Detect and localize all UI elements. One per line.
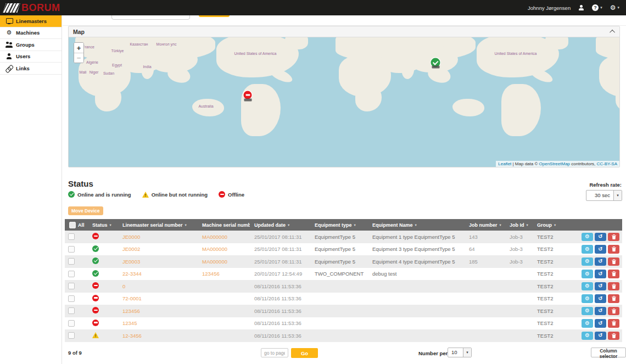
history-button[interactable]: ↺ — [595, 282, 606, 291]
sidebar-item-groups[interactable]: Groups — [0, 39, 62, 51]
delete-button[interactable] — [608, 257, 619, 266]
machine-serial-link[interactable]: 123456 — [198, 271, 250, 277]
history-button[interactable]: ↺ — [595, 270, 606, 278]
zoom-out-button[interactable]: − — [74, 53, 83, 63]
row-checkbox[interactable] — [68, 283, 75, 289]
delete-button[interactable] — [608, 294, 619, 303]
history-button[interactable]: ↺ — [595, 332, 606, 340]
linemaster-serial-link[interactable]: 12-3456 — [118, 333, 198, 339]
machine-serial-link[interactable]: MA000000 — [198, 246, 250, 252]
machines-button[interactable]: ⚙ — [582, 270, 593, 278]
sidebar-item-users[interactable]: Users — [0, 51, 62, 63]
history-button[interactable]: ↺ — [595, 319, 606, 328]
linemaster-serial-link[interactable]: 0 — [118, 283, 198, 289]
history-button[interactable]: ↺ — [595, 294, 606, 303]
history-button[interactable]: ↺ — [595, 257, 606, 266]
cogs-icon: ⚙ — [585, 234, 590, 239]
delete-button[interactable] — [608, 233, 619, 242]
header-equipment-name[interactable]: Equipment Name▾ — [368, 222, 465, 228]
per-page-select[interactable]: 10 ▾ — [448, 348, 472, 357]
delete-button[interactable] — [608, 307, 619, 316]
header-group[interactable]: Group▾ — [533, 222, 579, 228]
legend-label: Online and is running — [77, 192, 131, 198]
linemaster-serial-link[interactable]: JE0002 — [118, 246, 198, 252]
row-checkbox[interactable] — [68, 295, 75, 302]
history-button[interactable]: ↺ — [595, 307, 606, 316]
header-job-number[interactable]: Job number▾ — [465, 222, 505, 228]
row-actions: ⚙ ↺ — [579, 270, 622, 278]
move-device-button[interactable]: Move Device — [68, 206, 103, 215]
group: TEST2 — [533, 333, 579, 339]
row-checkbox[interactable] — [68, 233, 75, 240]
delete-button[interactable] — [608, 245, 619, 254]
refresh-rate-select[interactable]: 30 sec ▾ — [586, 190, 622, 201]
linemaster-serial-link[interactable]: 12345 — [118, 320, 198, 326]
header-updated-date[interactable]: Updated date▾ — [250, 222, 310, 228]
linemaster-serial-link[interactable]: 22-3344 — [118, 271, 198, 277]
header-job-id[interactable]: Job Id▾ — [505, 222, 533, 228]
header-equipment-type[interactable]: Equipment type▾ — [310, 222, 368, 228]
row-checkbox[interactable] — [68, 332, 75, 339]
map-panel-header[interactable]: Map — [69, 26, 619, 37]
machines-button[interactable]: ⚙ — [582, 332, 593, 340]
history-icon: ↺ — [598, 259, 602, 264]
road-stripes-icon — [3, 3, 20, 13]
offline-status-icon — [244, 91, 252, 99]
row-checkbox[interactable] — [68, 258, 75, 265]
user-menu[interactable] — [578, 5, 584, 10]
table-row: 12-3456 08/11/2016 11:53:36 TEST2 ⚙ ↺ — [65, 329, 622, 342]
column-selector-button[interactable]: Column selector — [591, 348, 626, 357]
marker-label — [244, 99, 251, 102]
machines-button[interactable]: ⚙ — [582, 245, 593, 254]
machines-button[interactable]: ⚙ — [582, 294, 593, 303]
machines-button[interactable]: ⚙ — [582, 307, 593, 316]
cogs-icon: ⚙ — [5, 30, 13, 36]
osm-link[interactable]: OpenStreetMap — [539, 161, 570, 166]
settings-menu[interactable]: ⚙ ▾ — [610, 4, 619, 11]
delete-button[interactable] — [608, 282, 619, 291]
online-map-marker[interactable] — [431, 58, 440, 68]
row-checkbox[interactable] — [68, 246, 75, 253]
collapse-chevron-icon[interactable] — [610, 30, 615, 35]
offline-map-marker[interactable] — [244, 91, 252, 99]
trash-icon — [612, 321, 616, 326]
machines-button[interactable]: ⚙ — [582, 319, 593, 328]
machines-button[interactable]: ⚙ — [582, 282, 593, 291]
history-icon: ↺ — [598, 234, 602, 239]
go-to-page-input[interactable] — [261, 348, 288, 357]
go-button[interactable]: Go — [291, 348, 318, 358]
row-checkbox[interactable] — [68, 271, 75, 277]
linemaster-serial-link[interactable]: 123456 — [118, 308, 198, 314]
linemaster-serial-link[interactable]: JE0003 — [118, 259, 198, 265]
zoom-in-button[interactable]: + — [74, 43, 83, 53]
sidebar-item-links[interactable]: Links — [0, 63, 62, 75]
leaflet-link[interactable]: Leaflet — [498, 161, 511, 166]
linemaster-serial-link[interactable]: 72-0001 — [118, 295, 198, 301]
cogs-icon: ⚙ — [585, 271, 590, 277]
history-button[interactable]: ↺ — [595, 233, 606, 242]
linemaster-serial-link[interactable]: JE0000 — [118, 234, 198, 240]
machine-serial-link[interactable]: MA000000 — [198, 259, 250, 265]
help-menu[interactable]: ? ▾ — [592, 4, 602, 11]
sidebar-item-linemasters[interactable]: Linemasters — [0, 15, 62, 27]
map[interactable]: + − Leaflet | Map data © OpenStreetMap c… — [69, 37, 619, 167]
history-button[interactable]: ↺ — [595, 245, 606, 254]
brand-logo[interactable]: BORUM — [0, 2, 60, 14]
sidebar-item-machines[interactable]: ⚙ Machines — [0, 27, 62, 40]
updated-date: 25/01/2017 08:11:31 — [250, 246, 310, 252]
delete-button[interactable] — [608, 270, 619, 278]
delete-button[interactable] — [608, 319, 619, 328]
license-link[interactable]: CC-BY-SA — [597, 161, 618, 166]
chevron-down-icon: ▾ — [617, 5, 619, 10]
header-linemaster-serial[interactable]: Linemaster serial number▾ — [118, 222, 198, 228]
select-all-checkbox[interactable] — [69, 222, 76, 228]
header-status[interactable]: Status▾ — [88, 222, 118, 228]
row-actions: ⚙ ↺ — [579, 294, 622, 303]
row-checkbox[interactable] — [68, 320, 75, 327]
header-machine-serial[interactable]: Machine serial number▾ — [198, 222, 250, 228]
machines-button[interactable]: ⚙ — [582, 257, 593, 266]
row-checkbox[interactable] — [68, 307, 75, 314]
machines-button[interactable]: ⚙ — [582, 233, 593, 242]
machine-serial-link[interactable]: MA000000 — [198, 234, 250, 240]
delete-button[interactable] — [608, 332, 619, 340]
